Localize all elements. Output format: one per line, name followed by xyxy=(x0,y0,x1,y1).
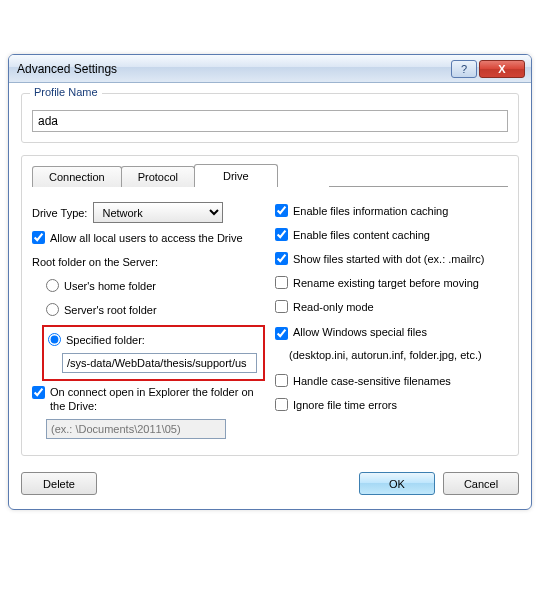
on-connect-label: On connect open in Explorer the folder o… xyxy=(50,385,265,413)
radio-user-home-row: User's home folder xyxy=(32,277,265,295)
case-sensitive-label: Handle case-sensitive filenames xyxy=(293,375,451,387)
tab-content-drive: Drive Type: Network Allow all local user… xyxy=(22,188,518,455)
specified-folder-input[interactable] xyxy=(62,353,257,373)
enable-content-caching-checkbox[interactable] xyxy=(275,228,288,241)
footer-spacer xyxy=(105,472,351,495)
rename-existing-checkbox[interactable] xyxy=(275,276,288,289)
rename-existing-label: Rename existing target before moving xyxy=(293,277,479,289)
root-folder-label-row: Root folder on the Server: xyxy=(32,253,265,271)
allow-special-sublabel: (desktop.ini, autorun.inf, folder.jpg, e… xyxy=(289,349,482,361)
drive-type-row: Drive Type: Network xyxy=(32,202,265,223)
allow-all-users-checkbox[interactable] xyxy=(32,231,45,244)
on-connect-row: On connect open in Explorer the folder o… xyxy=(32,385,265,413)
cancel-button[interactable]: Cancel xyxy=(443,472,519,495)
profile-name-label: Profile Name xyxy=(30,86,102,98)
right-column: Enable files information caching Enable … xyxy=(275,202,508,439)
show-dot-files-label: Show files started with dot (ex.: .mailr… xyxy=(293,253,484,265)
read-only-checkbox[interactable] xyxy=(275,300,288,313)
tab-protocol[interactable]: Protocol xyxy=(121,166,195,187)
radio-server-root-row: Server's root folder xyxy=(32,301,265,319)
allow-special-checkbox[interactable] xyxy=(275,327,288,340)
ignore-time-row: Ignore file time errors xyxy=(275,396,508,414)
left-column: Drive Type: Network Allow all local user… xyxy=(32,202,265,439)
enable-content-caching-row: Enable files content caching xyxy=(275,226,508,244)
drive-type-label: Drive Type: xyxy=(32,207,87,219)
titlebar-buttons: ? X xyxy=(449,60,525,78)
read-only-label: Read-only mode xyxy=(293,301,374,313)
on-connect-path-row xyxy=(32,419,265,439)
help-icon: ? xyxy=(461,63,467,75)
on-connect-path-input[interactable] xyxy=(46,419,226,439)
enable-content-caching-label: Enable files content caching xyxy=(293,229,430,241)
show-dot-files-row: Show files started with dot (ex.: .mailr… xyxy=(275,250,508,268)
radio-specified-row: Specified folder: xyxy=(48,331,257,349)
enable-info-caching-checkbox[interactable] xyxy=(275,204,288,217)
close-button[interactable]: X xyxy=(479,60,525,78)
allow-special-sub-row: (desktop.ini, autorun.inf, folder.jpg, e… xyxy=(275,346,508,364)
tab-drive[interactable]: Drive xyxy=(194,164,278,187)
delete-button[interactable]: Delete xyxy=(21,472,97,495)
allow-all-users-label: Allow all local users to access the Driv… xyxy=(50,232,243,244)
profile-name-group: Profile Name xyxy=(21,93,519,143)
help-button[interactable]: ? xyxy=(451,60,477,78)
allow-special-row: Allow Windows special files xyxy=(275,326,508,344)
dialog-footer: Delete OK Cancel xyxy=(9,472,531,509)
case-sensitive-row: Handle case-sensitive filenames xyxy=(275,372,508,390)
specified-path-row xyxy=(48,353,257,373)
show-dot-files-checkbox[interactable] xyxy=(275,252,288,265)
tab-bar: Connection Protocol Drive xyxy=(22,156,518,187)
radio-specified-label: Specified folder: xyxy=(66,334,145,346)
specified-folder-highlight: Specified folder: xyxy=(42,325,265,381)
on-connect-checkbox[interactable] xyxy=(32,386,45,399)
enable-info-caching-label: Enable files information caching xyxy=(293,205,448,217)
close-icon: X xyxy=(498,63,505,75)
dialog-body: Profile Name Connection Protocol Drive D… xyxy=(9,83,531,472)
case-sensitive-checkbox[interactable] xyxy=(275,374,288,387)
ok-button[interactable]: OK xyxy=(359,472,435,495)
advanced-settings-dialog: Advanced Settings ? X Profile Name Conne… xyxy=(8,54,532,510)
radio-user-home[interactable] xyxy=(46,279,59,292)
read-only-row: Read-only mode xyxy=(275,298,508,316)
radio-server-root[interactable] xyxy=(46,303,59,316)
window-title: Advanced Settings xyxy=(17,62,449,76)
allow-special-label: Allow Windows special files xyxy=(293,326,427,338)
allow-all-users-row: Allow all local users to access the Driv… xyxy=(32,229,265,247)
tab-connection[interactable]: Connection xyxy=(32,166,122,187)
profile-name-input[interactable] xyxy=(32,110,508,132)
ignore-time-checkbox[interactable] xyxy=(275,398,288,411)
titlebar: Advanced Settings ? X xyxy=(9,55,531,83)
rename-existing-row: Rename existing target before moving xyxy=(275,274,508,292)
radio-user-home-label: User's home folder xyxy=(64,280,156,292)
root-folder-label: Root folder on the Server: xyxy=(32,256,158,268)
ignore-time-label: Ignore file time errors xyxy=(293,399,397,411)
enable-info-caching-row: Enable files information caching xyxy=(275,202,508,220)
radio-server-root-label: Server's root folder xyxy=(64,304,157,316)
radio-specified-folder[interactable] xyxy=(48,333,61,346)
settings-group: Connection Protocol Drive Drive Type: Ne… xyxy=(21,155,519,456)
drive-type-select[interactable]: Network xyxy=(93,202,223,223)
